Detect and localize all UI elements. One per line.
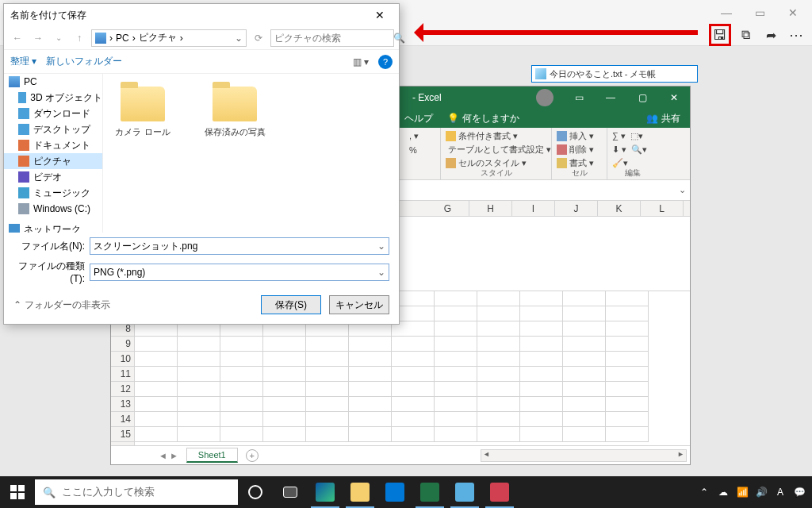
tray-network-icon[interactable]: 📶	[736, 486, 749, 498]
search-input[interactable]	[274, 33, 393, 44]
taskbar-app-explorer[interactable]	[343, 476, 377, 508]
insert-cells[interactable]: 挿入 ▾	[557, 129, 602, 143]
help-icon[interactable]: ?	[378, 55, 393, 69]
ribbon-group-editing: ∑ ▾ ⬚▾ ⬇ ▾ 🔍▾ 🧹▾ 編集	[607, 128, 658, 179]
tree-item-downloads[interactable]: ダウンロード	[4, 106, 102, 121]
user-avatar-icon[interactable]	[536, 89, 553, 106]
dialog-fields: ファイル名(N): スクリーンショット.png ファイルの種類(T): PNG …	[4, 233, 399, 289]
tree-item-network[interactable]: ネットワーク	[4, 221, 102, 233]
taskview-icon[interactable]	[273, 476, 308, 508]
tree-item-3d[interactable]: 3D オブジェクト	[4, 90, 102, 106]
dialog-footer: ⌃ フォルダーの非表示 保存(S) キャンセル	[4, 289, 399, 324]
taskbar: 🔍 ここに入力して検索 ⌃ ☁ 📶 🔊 A 💬	[0, 476, 812, 508]
more-icon[interactable]	[785, 24, 807, 46]
breadcrumb[interactable]: PC	[116, 33, 129, 44]
folder-item[interactable]: 保存済みの写真	[203, 87, 266, 138]
save-icon[interactable]	[709, 24, 731, 46]
notepad-titlebar[interactable]: 今日のやること.txt - メモ帳	[531, 65, 698, 83]
share-icon[interactable]	[760, 24, 782, 46]
taskbar-app-snip[interactable]	[482, 476, 517, 508]
copy-icon[interactable]	[734, 24, 756, 46]
cortana-icon[interactable]	[238, 476, 273, 508]
comma-style[interactable]: , ▾	[409, 129, 435, 143]
filetype-field[interactable]: PNG (*.png)	[90, 264, 389, 281]
ribbon-options-icon[interactable]: ▭	[563, 87, 595, 109]
table-format[interactable]: テーブルとして書式設定 ▾	[446, 143, 546, 156]
autosum[interactable]: ∑ ▾ ⬚▾	[612, 129, 653, 143]
tray-onedrive-icon[interactable]: ☁	[717, 486, 730, 498]
new-folder-button[interactable]: 新しいフォルダー	[46, 55, 122, 68]
nav-back-icon[interactable]: ←	[9, 29, 26, 47]
tree-item-pictures[interactable]: ピクチャ	[4, 153, 102, 169]
tree-item-music[interactable]: ミュージック	[4, 185, 102, 201]
dialog-body: PC 3D オブジェクト ダウンロード デスクトップ ドキュメント ピクチャ ビ…	[4, 74, 399, 233]
taskbar-app-excel[interactable]	[412, 476, 447, 508]
excel-maximize-button[interactable]: ▢	[626, 87, 658, 109]
tellme-search[interactable]: 💡 何をしますか	[447, 112, 519, 125]
row-header[interactable]: 12	[111, 382, 134, 397]
formula-expand-icon[interactable]: ⌄	[674, 185, 690, 195]
row-header[interactable]: 11	[111, 367, 134, 382]
save-button[interactable]: 保存(S)	[261, 295, 321, 314]
tree-item-documents[interactable]: ドキュメント	[4, 137, 102, 153]
col-header[interactable]: K	[598, 201, 641, 216]
start-button[interactable]	[0, 476, 35, 508]
sheet-tab[interactable]: Sheet1	[186, 448, 238, 463]
dialog-titlebar[interactable]: 名前を付けて保存 ✕	[4, 4, 399, 26]
taskbar-app-edge[interactable]	[308, 476, 343, 508]
dialog-close-button[interactable]: ✕	[367, 4, 393, 26]
folder-item[interactable]: カメラ ロール	[111, 87, 174, 138]
excel-minimize-button[interactable]: —	[595, 87, 626, 109]
tree-item-videos[interactable]: ビデオ	[4, 169, 102, 185]
tab-help[interactable]: ヘルプ	[404, 112, 433, 125]
add-sheet-button[interactable]: +	[246, 449, 259, 462]
search-icon: 🔍	[393, 33, 405, 44]
filename-field[interactable]: スクリーンショット.png	[90, 237, 389, 255]
nav-up-icon[interactable]: ↑	[71, 29, 88, 47]
tray-notifications-icon[interactable]: 💬	[793, 486, 806, 498]
tree-item-pc[interactable]: PC	[4, 74, 102, 90]
breadcrumb[interactable]: ピクチャ	[139, 31, 177, 44]
row-header[interactable]: 15	[111, 427, 134, 442]
delete-cells[interactable]: 削除 ▾	[557, 143, 602, 156]
maximize-button[interactable]: ▭	[750, 5, 769, 21]
row-header[interactable]: 9	[111, 337, 134, 352]
percent-format[interactable]: %	[409, 143, 435, 156]
row-header[interactable]: 13	[111, 397, 134, 412]
tray-ime-icon[interactable]: A	[774, 486, 787, 498]
folder-icon	[213, 87, 257, 121]
view-options-icon[interactable]: ▥ ▾	[353, 56, 369, 67]
conditional-format[interactable]: 条件付き書式 ▾	[446, 129, 546, 143]
horizontal-scrollbar[interactable]	[481, 449, 687, 462]
excel-close-button[interactable]: ✕	[658, 87, 690, 109]
minimize-button[interactable]: —	[717, 5, 736, 21]
organize-menu[interactable]: 整理 ▾	[10, 55, 36, 68]
close-button[interactable]: ✕	[783, 5, 802, 21]
nav-forward-icon[interactable]: →	[29, 29, 47, 47]
row-header[interactable]: 14	[111, 412, 134, 427]
cancel-button[interactable]: キャンセル	[329, 295, 389, 314]
refresh-icon[interactable]: ⟳	[250, 29, 267, 47]
hide-folders-toggle[interactable]: ⌃ フォルダーの非表示	[13, 298, 110, 312]
file-list[interactable]: カメラ ロール 保存済みの写真	[103, 74, 399, 233]
col-header[interactable]: I	[512, 201, 555, 216]
address-bar[interactable]: › PC › ピクチャ › ⌄	[91, 29, 247, 47]
col-header[interactable]: L	[641, 201, 684, 216]
tray-chevron-icon[interactable]: ⌃	[698, 486, 710, 498]
col-header[interactable]: J	[555, 201, 598, 216]
notepad-title: 今日のやること.txt - メモ帳	[550, 68, 656, 80]
tree-item-cdrive[interactable]: Windows (C:)	[4, 201, 102, 217]
taskbar-search[interactable]: 🔍 ここに入力して検索	[35, 479, 238, 505]
taskbar-app-notepad[interactable]	[447, 476, 482, 508]
share-button[interactable]: 👥 共有	[646, 112, 680, 125]
tray-volume-icon[interactable]: 🔊	[755, 486, 768, 498]
row-header[interactable]: 10	[111, 352, 134, 367]
nav-history-icon[interactable]: ⌄	[50, 29, 67, 47]
tree-item-desktop[interactable]: デスクトップ	[4, 121, 102, 137]
col-header[interactable]: H	[469, 201, 512, 216]
taskbar-app-store[interactable]	[377, 476, 412, 508]
fill[interactable]: ⬇ ▾ 🔍▾	[612, 143, 653, 156]
dialog-toolbar: 整理 ▾ 新しいフォルダー ▥ ▾ ?	[4, 50, 399, 74]
search-box[interactable]: 🔍	[270, 29, 394, 47]
col-header[interactable]: G	[427, 201, 469, 216]
